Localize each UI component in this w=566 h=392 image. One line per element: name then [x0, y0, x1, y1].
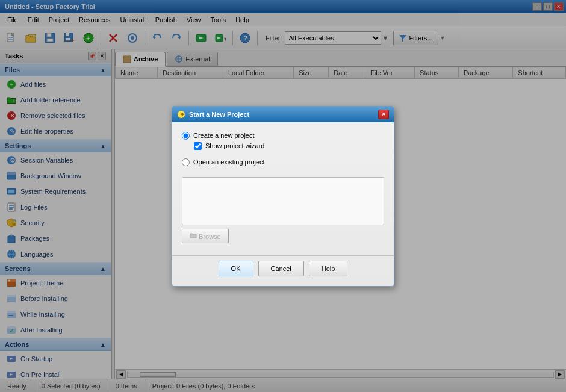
dialog-title-bar: ✦ Start a New Project ✕	[172, 107, 394, 122]
browse-icon	[190, 232, 197, 239]
show-wizard-label: Show project wizard	[205, 142, 264, 149]
new-project-dialog: ✦ Start a New Project ✕ Create a new pro…	[172, 106, 394, 287]
cancel-button[interactable]: Cancel	[258, 261, 304, 276]
dialog-close-button[interactable]: ✕	[378, 110, 389, 119]
dialog-body: Create a new project Show project wizard…	[172, 122, 394, 253]
help-dialog-button[interactable]: Help	[309, 261, 348, 276]
open-existing-radio[interactable]	[182, 158, 190, 166]
show-wizard-checkbox-row[interactable]: Show project wizard	[194, 142, 384, 150]
create-new-radio[interactable]	[182, 132, 190, 140]
open-existing-label: Open an existing project	[193, 158, 265, 166]
ok-button[interactable]: OK	[219, 261, 253, 276]
dialog-options-group: Create a new project Show project wizard…	[182, 132, 384, 166]
dialog-footer: OK Cancel Help	[172, 255, 394, 286]
dialog-title-text: ✦ Start a New Project	[177, 110, 249, 119]
dialog-title-icon: ✦	[177, 110, 185, 119]
create-new-radio-row[interactable]: Create a new project	[182, 132, 384, 140]
svg-text:✦: ✦	[179, 111, 185, 118]
create-new-label: Create a new project	[193, 132, 255, 139]
project-file-listbox[interactable]	[182, 177, 384, 225]
dialog-title-label: Start a New Project	[189, 111, 249, 118]
browse-button[interactable]: Browse	[182, 229, 229, 243]
browse-label: Browse	[199, 233, 221, 240]
show-wizard-checkbox[interactable]	[194, 142, 202, 150]
open-existing-radio-row[interactable]: Open an existing project	[182, 158, 384, 166]
modal-overlay: ✦ Start a New Project ✕ Create a new pro…	[0, 0, 566, 392]
